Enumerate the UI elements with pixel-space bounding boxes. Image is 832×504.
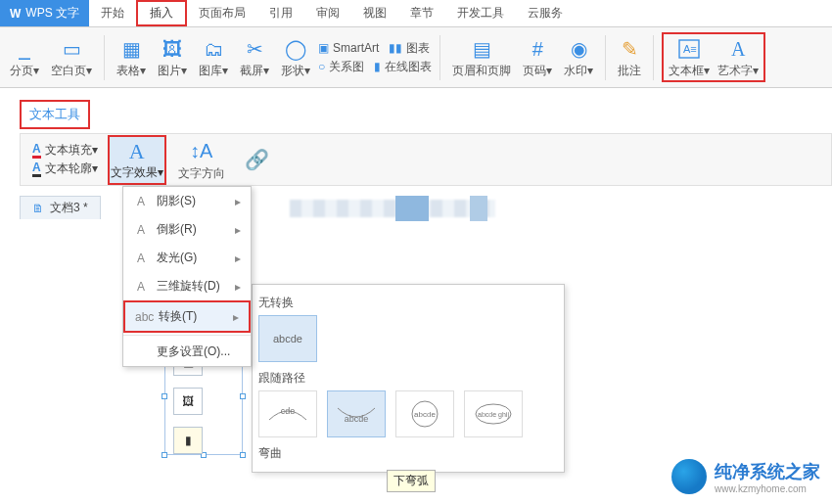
section-warp: 弯曲	[258, 445, 558, 462]
smartart-button[interactable]: ▣ SmartArt	[318, 40, 379, 57]
page-number-button[interactable]: # 页码▾	[519, 35, 556, 79]
app-brand: W WPS 文字	[0, 0, 89, 26]
tab-chapter[interactable]: 章节	[398, 0, 445, 26]
document-tab[interactable]: 🗎 文档3 *	[20, 196, 101, 219]
menu-transform[interactable]: abc 转换(T) ▸	[123, 300, 251, 333]
page-number-icon: #	[532, 35, 543, 63]
chart-icon: ▮▮	[389, 41, 402, 55]
transform-submenu: 无转换 abcde 跟随路径 cde abcde abcde abcde ghi…	[252, 284, 565, 473]
shapes-button[interactable]: ◯ 形状▾	[277, 35, 314, 79]
transform-path4-option[interactable]: abcde ghij	[464, 390, 523, 437]
text-fill-icon: A	[32, 142, 41, 159]
gallery-button[interactable]: 🗂 图库▾	[195, 35, 232, 79]
blurred-content	[290, 200, 495, 217]
thumb-chart: ▮	[173, 427, 203, 454]
header-footer-button[interactable]: ▤ 页眉和页脚	[448, 35, 515, 79]
tab-cloud[interactable]: 云服务	[516, 0, 575, 26]
blank-page-button[interactable]: ▭ 空白页▾	[47, 35, 96, 79]
transform-tooltip: 下弯弧	[387, 470, 436, 492]
blank-page-icon: ▭	[63, 35, 81, 63]
text-effects-menu: A 阴影(S) ▸ A 倒影(R) ▸ A 发光(G) ▸ A 三维旋转(D) …	[122, 186, 252, 367]
submenu-arrow-icon: ▸	[233, 310, 239, 324]
page-break-button[interactable]: ⎯ 分页▾	[6, 35, 43, 79]
gallery-icon: 🗂	[204, 35, 223, 63]
relation-icon: ○	[318, 60, 325, 73]
reflection-icon: A	[133, 223, 149, 237]
transform-path1-option[interactable]: cde	[258, 390, 317, 437]
comment-button[interactable]: ✎ 批注	[614, 35, 645, 79]
watermark-icon: ◉	[571, 35, 587, 63]
relation-button[interactable]: ○ 关系图	[318, 59, 364, 75]
svg-text:A≡: A≡	[683, 43, 697, 55]
wordart-icon: A	[731, 35, 745, 63]
wps-logo-icon: W	[10, 7, 21, 21]
table-icon: ▦	[122, 35, 141, 63]
tab-review[interactable]: 审阅	[304, 0, 351, 26]
menu-reflection[interactable]: A 倒影(R) ▸	[123, 215, 251, 244]
section-follow-path: 跟随路径	[258, 370, 558, 387]
site-logo-icon	[671, 459, 707, 494]
insert-ribbon: ⎯ 分页▾ ▭ 空白页▾ ▦ 表格▾ 🖼 图片▾ 🗂 图库▾ ✂ 截屏▾ ◯ 形…	[0, 27, 832, 88]
text-direction-icon: ↕A	[190, 138, 212, 165]
text-outline-button[interactable]: A 文本轮廓▾	[32, 160, 98, 177]
text-tools-tab[interactable]: 文本工具	[20, 100, 90, 129]
picture-icon: 🖼	[162, 35, 182, 63]
tab-developer[interactable]: 开发工具	[445, 0, 516, 26]
text-tools-ribbon: A 文本填充▾ A 文本轮廓▾ A 文字效果▾ ↕A 文字方向 🔗	[20, 133, 832, 186]
submenu-arrow-icon: ▸	[235, 223, 241, 237]
blurred-content	[470, 196, 487, 221]
page-break-icon: ⎯	[19, 35, 30, 63]
submenu-arrow-icon: ▸	[235, 280, 241, 294]
text-box-button[interactable]: A≡ 文本框▾	[665, 35, 714, 79]
svg-text:abcde: abcde	[414, 410, 436, 419]
text-effects-icon: A	[129, 139, 145, 164]
chart-button[interactable]: ▮▮ 图表	[389, 40, 430, 57]
tab-page-layout[interactable]: 页面布局	[187, 0, 257, 26]
header-footer-icon: ▤	[473, 35, 491, 63]
text-effects-button[interactable]: A 文字效果▾	[108, 135, 166, 185]
svg-text:abcde: abcde	[345, 414, 369, 424]
table-button[interactable]: ▦ 表格▾	[113, 35, 150, 79]
text-box-icon: A≡	[678, 35, 700, 63]
menu-shadow[interactable]: A 阴影(S) ▸	[123, 187, 251, 215]
site-watermark: 纯净系统之家 www.kzmyhome.com	[671, 459, 820, 494]
thumb-image: 🖼	[173, 388, 203, 415]
transform-path2-option[interactable]: abcde	[327, 390, 386, 437]
section-no-transform: 无转换	[258, 295, 558, 311]
wordart-button[interactable]: A 艺术字▾	[714, 35, 763, 79]
blurred-content	[395, 196, 429, 221]
screenshot-icon: ✂	[247, 35, 263, 63]
app-brand-text: WPS 文字	[25, 5, 79, 22]
watermark-button[interactable]: ◉ 水印▾	[560, 35, 597, 79]
menu-glow[interactable]: A 发光(G) ▸	[123, 244, 251, 272]
menu-more-settings[interactable]: 更多设置(O)...	[123, 338, 251, 366]
transform-path3-option[interactable]: abcde	[395, 390, 454, 437]
online-chart-icon: ▮	[374, 60, 381, 73]
tab-insert[interactable]: 插入	[136, 0, 187, 26]
submenu-arrow-icon: ▸	[235, 252, 241, 265]
text-direction-button[interactable]: ↕A 文字方向	[170, 138, 233, 182]
svg-text:abcde ghij: abcde ghij	[478, 411, 509, 419]
screenshot-button[interactable]: ✂ 截屏▾	[236, 35, 273, 79]
tab-references[interactable]: 引用	[257, 0, 304, 26]
submenu-arrow-icon: ▸	[235, 195, 241, 208]
picture-button[interactable]: 🖼 图片▾	[154, 35, 191, 79]
menu-3d-rotation[interactable]: A 三维旋转(D) ▸	[123, 272, 251, 300]
glow-icon: A	[133, 252, 149, 265]
rotation3d-icon: A	[133, 280, 149, 294]
comment-icon: ✎	[622, 35, 638, 63]
shapes-icon: ◯	[285, 35, 306, 63]
tab-view[interactable]: 视图	[351, 0, 398, 26]
transform-none-option[interactable]: abcde	[258, 315, 317, 362]
svg-text:cde: cde	[281, 406, 296, 416]
text-fill-button[interactable]: A 文本填充▾	[32, 142, 98, 159]
tab-start[interactable]: 开始	[89, 0, 136, 26]
online-chart-button[interactable]: ▮ 在线图表	[374, 59, 432, 75]
transform-icon: abc	[135, 310, 151, 324]
text-outline-icon: A	[32, 160, 41, 177]
link-icon[interactable]: 🔗	[237, 146, 277, 173]
document-icon: 🗎	[32, 202, 44, 215]
smartart-icon: ▣	[318, 41, 329, 55]
shadow-icon: A	[133, 195, 149, 208]
